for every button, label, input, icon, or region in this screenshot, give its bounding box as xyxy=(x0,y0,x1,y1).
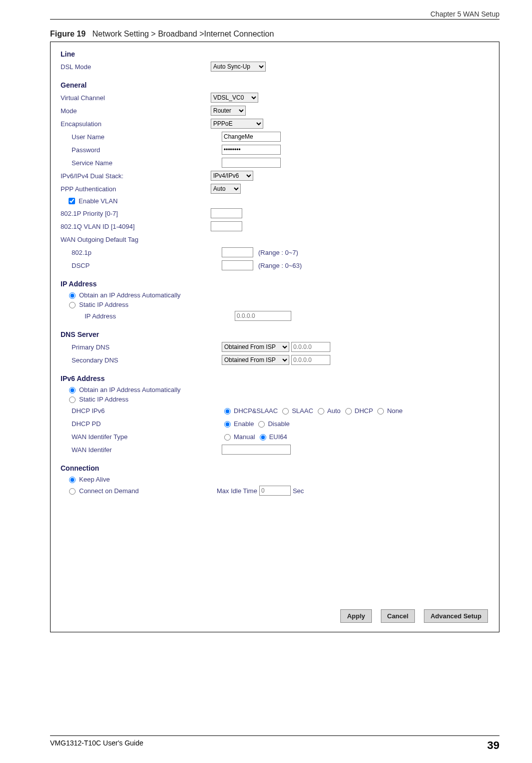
dscp-label: DSCP xyxy=(61,262,222,269)
section-ipv6-address: IPv6 Address xyxy=(61,374,489,383)
pd-disable-label: Disable xyxy=(268,420,289,428)
chapter-header: Chapter 5 WAN Setup xyxy=(50,10,499,18)
dhcp6-dhcpslaac-label: DHCP&SLAAC xyxy=(234,407,278,415)
encapsulation-select[interactable]: PPPoE xyxy=(211,119,263,129)
password-label: Password xyxy=(61,146,222,154)
keep-alive-label: Keep Alive xyxy=(79,476,110,483)
8021p-priority-input[interactable] xyxy=(211,208,242,218)
virtual-channel-select[interactable]: VDSL_VC0 xyxy=(211,93,258,103)
secondary-dns-label: Secondary DNS xyxy=(61,356,222,364)
figure-caption: Figure 19 Network Setting > Broadband >I… xyxy=(50,30,499,39)
ip-static-radio[interactable] xyxy=(69,302,76,308)
connect-on-demand-radio[interactable] xyxy=(69,488,76,495)
header-rule xyxy=(50,19,499,20)
keep-alive-radio[interactable] xyxy=(69,477,76,483)
dhcp-ipv6-label: DHCP IPv6 xyxy=(61,407,222,415)
wan-identifier-label: WAN Identifer xyxy=(61,446,222,454)
figure-number: Figure 19 xyxy=(50,30,86,38)
primary-dns-input[interactable] xyxy=(291,342,330,352)
max-idle-label: Max Idle Time xyxy=(217,487,257,495)
section-ip-address: IP Address xyxy=(61,280,489,288)
ipv6-auto-radio[interactable] xyxy=(69,387,76,394)
pd-enable-radio[interactable] xyxy=(224,421,231,428)
wanid-manual-radio[interactable] xyxy=(224,434,231,441)
username-input[interactable] xyxy=(222,132,281,142)
8021p-tag-label: 802.1p xyxy=(61,249,222,256)
ipv6-static-label: Static IP Address xyxy=(79,396,129,403)
section-line: Line xyxy=(61,50,489,58)
connect-on-demand-label: Connect on Demand xyxy=(79,487,139,495)
section-general: General xyxy=(61,81,489,89)
8021p-priority-label: 802.1P Priority [0-7] xyxy=(61,210,211,217)
secondary-dns-input[interactable] xyxy=(291,355,330,365)
dhcp-pd-label: DHCP PD xyxy=(61,420,222,428)
enable-vlan-checkbox[interactable] xyxy=(69,198,75,204)
dscp-input[interactable] xyxy=(222,260,253,270)
dhcp6-auto-label: Auto xyxy=(327,407,341,415)
pd-disable-radio[interactable] xyxy=(258,421,265,428)
dual-stack-label: IPv6/IPv4 Dual Stack: xyxy=(61,172,211,180)
primary-dns-select[interactable]: Obtained From ISP xyxy=(222,342,289,352)
password-input[interactable] xyxy=(222,145,281,155)
8021p-tag-input[interactable] xyxy=(222,247,253,257)
ipv6-auto-label: Obtain an IP Address Automatically xyxy=(79,386,181,394)
apply-button[interactable]: Apply xyxy=(340,609,371,623)
encapsulation-label: Encapsulation xyxy=(61,120,211,128)
ip-address-input[interactable] xyxy=(235,311,291,321)
settings-panel: Line DSL Mode Auto Sync-Up General Virtu… xyxy=(50,42,499,632)
ppp-auth-label: PPP Authentication xyxy=(61,185,211,193)
footer-rule xyxy=(50,735,499,736)
dscp-range-hint: (Range : 0~63) xyxy=(258,262,302,269)
wanid-eui64-radio[interactable] xyxy=(260,434,266,441)
dual-stack-select[interactable]: IPv4/IPv6 xyxy=(211,171,253,181)
service-name-input[interactable] xyxy=(222,158,281,168)
dhcp6-dhcp-radio[interactable] xyxy=(345,408,352,415)
pd-enable-label: Enable xyxy=(234,420,254,428)
dhcp6-none-label: None xyxy=(387,407,402,415)
footer-guide: VMG1312-T10C User's Guide xyxy=(50,739,143,752)
ipv6-static-radio[interactable] xyxy=(69,397,76,403)
primary-dns-label: Primary DNS xyxy=(61,343,222,351)
dhcp6-dhcp-label: DHCP xyxy=(355,407,373,415)
dsl-mode-select[interactable]: Auto Sync-Up xyxy=(211,62,266,72)
8021q-vlanid-label: 802.1Q VLAN ID [1-4094] xyxy=(61,223,211,230)
wan-identifier-type-label: WAN Identifer Type xyxy=(61,433,222,441)
section-dns-server: DNS Server xyxy=(61,330,489,338)
8021p-range-hint: (Range : 0~7) xyxy=(258,249,298,256)
section-connection: Connection xyxy=(61,464,489,472)
figure-title: Network Setting > Broadband >Internet Co… xyxy=(92,30,274,38)
page-number: 39 xyxy=(487,739,499,752)
max-idle-input[interactable] xyxy=(259,486,291,496)
ip-address-label: IP Address xyxy=(74,312,235,320)
ip-auto-radio[interactable] xyxy=(69,292,76,299)
mode-select[interactable]: Router xyxy=(211,106,246,116)
wan-identifier-input[interactable] xyxy=(222,445,291,455)
wan-outgoing-tag-label: WAN Outgoing Default Tag xyxy=(61,236,211,243)
ppp-auth-select[interactable]: Auto xyxy=(211,184,241,194)
mode-label: Mode xyxy=(61,107,211,115)
dhcp6-slaac-radio[interactable] xyxy=(282,408,289,415)
max-idle-unit: Sec xyxy=(293,487,304,495)
secondary-dns-select[interactable]: Obtained From ISP xyxy=(222,355,289,365)
ip-auto-label: Obtain an IP Address Automatically xyxy=(79,291,181,299)
dhcp6-dhcpslaac-radio[interactable] xyxy=(224,408,231,415)
username-label: User Name xyxy=(61,133,222,141)
service-name-label: Service Name xyxy=(61,159,222,167)
dhcp6-auto-radio[interactable] xyxy=(318,408,324,415)
ip-static-label: Static IP Address xyxy=(79,301,129,308)
dsl-mode-label: DSL Mode xyxy=(61,63,211,71)
dhcp6-none-radio[interactable] xyxy=(377,408,384,415)
dhcp6-slaac-label: SLAAC xyxy=(292,407,313,415)
wanid-manual-label: Manual xyxy=(234,433,255,441)
advanced-setup-button[interactable]: Advanced Setup xyxy=(424,609,488,623)
cancel-button[interactable]: Cancel xyxy=(381,609,415,623)
8021q-vlanid-input[interactable] xyxy=(211,221,242,231)
virtual-channel-label: Virtual Channel xyxy=(61,94,211,102)
wanid-eui64-label: EUI64 xyxy=(269,433,287,441)
enable-vlan-label: Enable VLAN xyxy=(79,197,118,205)
